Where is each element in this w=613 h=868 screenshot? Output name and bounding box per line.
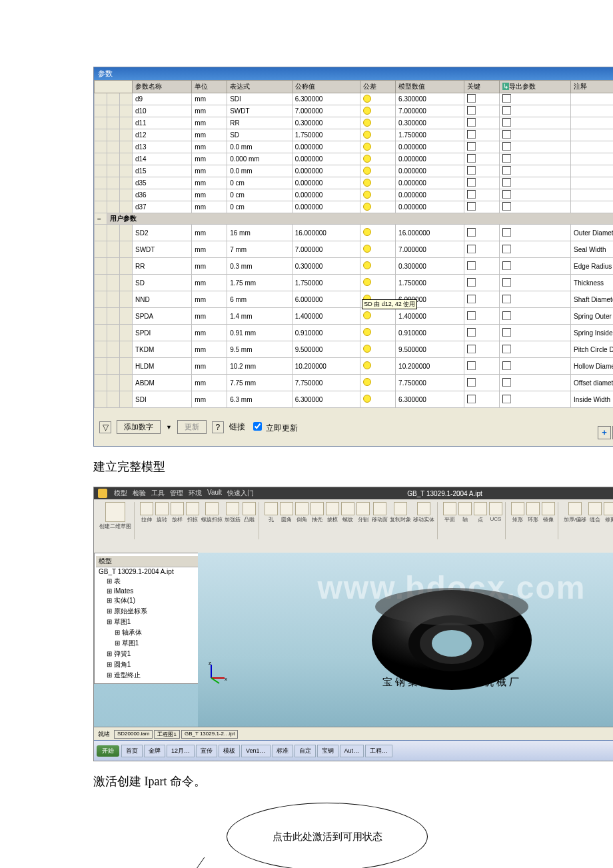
col-header[interactable]: 公差 [360, 81, 396, 93]
table-row[interactable]: TKDMmm9.5 mm9.5000009.500000Pitch Circle… [95, 341, 614, 358]
col-header[interactable]: 注释 [571, 81, 613, 93]
table-row[interactable]: d9mmSDI6.3000006.300000 [95, 93, 614, 105]
model-browser[interactable]: 模型 GB_T 13029.1-2004 A.ipt⊞ 表⊞ iMates⊞ 实… [94, 553, 201, 684]
table-row[interactable]: d13mm0.0 mm0.0000000.000000 [95, 141, 614, 153]
link-label[interactable]: 链接 [229, 421, 245, 433]
ribbon-button[interactable]: 加强筋 [225, 502, 241, 523]
ribbon-button[interactable]: 平面 [443, 502, 456, 523]
ribbon-button[interactable]: 孔 [265, 502, 278, 523]
tree-item[interactable]: ⊞ 造型终止 [96, 670, 199, 681]
table-row[interactable]: d15mm0.0 mm0.0000000.000000 [95, 165, 614, 177]
ribbon-button[interactable]: 圆角 [280, 502, 293, 523]
ribbon-button[interactable]: 点 [474, 502, 487, 523]
tree-item[interactable]: ⊞ 弹簧1 [96, 649, 199, 659]
taskbar-item[interactable]: Aut… [340, 745, 364, 757]
ribbon-button[interactable]: 凸雕 [243, 502, 256, 523]
col-header[interactable]: 参数名称 [133, 81, 192, 93]
col-header[interactable]: 单位 [192, 81, 227, 93]
info-icon[interactable]: ? [212, 421, 224, 433]
ribbon-button[interactable]: 缝合 [588, 502, 602, 523]
ribbon-button[interactable]: 移动实体 [413, 502, 434, 523]
table-row[interactable]: d12mmSD1.7500001.750000 [95, 129, 614, 141]
table-row[interactable]: d36mm0 cm0.0000000.000000 [95, 189, 614, 201]
menu-tab[interactable]: 工具 [151, 489, 165, 498]
taskbar-item[interactable]: 首页 [121, 745, 143, 757]
filter-icon[interactable]: ▽ [99, 421, 111, 433]
ribbon-button[interactable]: 旋转 [155, 502, 169, 523]
ribbon-button[interactable]: 拔模 [326, 502, 339, 523]
ribbon-button[interactable]: 修剪 [604, 502, 613, 523]
update-button[interactable]: 更新 [177, 420, 207, 434]
taskbar-item[interactable]: 12月… [167, 745, 195, 757]
ribbon-button[interactable]: 轴 [458, 502, 472, 523]
tree-item[interactable]: ⊞ 草图1 [96, 617, 199, 627]
dialog-titlebar[interactable]: 参数 × [94, 67, 613, 80]
start-button[interactable]: 开始 [97, 745, 119, 757]
menu-tab[interactable]: 快速入门 [227, 489, 254, 498]
tree-item[interactable]: GB_T 13029.1-2004 A.ipt [96, 567, 199, 576]
ribbon-button[interactable]: 创建二维草图 [99, 502, 131, 530]
ribbon-button[interactable]: 抽壳 [310, 502, 324, 523]
table-row[interactable]: SDmm1.75 mm1.7500001.750000Thickness [95, 275, 614, 291]
tree-item[interactable]: ⊞ 轴承体 [96, 627, 199, 638]
menu-tab[interactable]: 环境 [189, 489, 202, 498]
ribbon-button[interactable]: UCS [489, 502, 502, 522]
taskbar-item[interactable]: 金牌 [144, 745, 165, 757]
table-row[interactable]: SPDImm0.91 mm0.9100000.910000Spring Insi… [95, 325, 614, 341]
ribbon-button[interactable]: 拉伸 [140, 502, 153, 523]
table-row[interactable]: NNDmm6 mm6.000000SD 由 d12, 42 使用6.000000… [95, 291, 614, 308]
taskbar-item[interactable]: 宣传 [196, 745, 217, 757]
ribbon-button[interactable]: 复制对象 [390, 502, 411, 523]
menu-tab[interactable]: 检验 [133, 489, 146, 498]
menu-tab[interactable]: Vault [207, 489, 222, 498]
tree-item[interactable]: ⊞ 原始坐标系 [96, 606, 199, 617]
table-row[interactable]: SWDTmm7 mm7.0000007.000000Seal Width [95, 241, 614, 258]
tree-item[interactable]: ⊞ iMates [96, 587, 199, 595]
ribbon-button[interactable]: 环形 [526, 502, 540, 523]
taskbar-item[interactable]: Ven1… [241, 745, 271, 757]
col-header[interactable]: 模型数值 [396, 81, 464, 93]
tree-item[interactable]: ⊞ 表 [96, 576, 199, 587]
ribbon-button[interactable]: 放样 [171, 502, 184, 523]
table-row[interactable]: d37mm0 cm0.0000000.000000 [95, 201, 614, 213]
add-numeric-button[interactable]: 添加数字 [117, 420, 161, 434]
table-row[interactable]: SPDAmm1.4 mm1.4000001.400000Spring Outer… [95, 308, 614, 325]
user-params-section[interactable]: −用户参数 [95, 213, 614, 225]
table-row[interactable]: SDImm6.3 mm6.3000006.300000Inside Width [95, 391, 614, 408]
col-header[interactable]: 关键 [464, 81, 499, 93]
ribbon-button[interactable]: 加厚/偏移 [564, 502, 586, 523]
table-row[interactable]: d14mm0.000 mm0.0000000.000000 [95, 153, 614, 165]
windows-taskbar[interactable]: 开始 首页金牌12月…宣传模板Ven1…标准自定宝钢Aut…工程… 16:08 … [94, 740, 613, 761]
table-row[interactable]: d35mm0 cm0.0000000.000000 [95, 177, 614, 189]
tree-item[interactable]: ⊞ 圆角1 [96, 659, 199, 670]
table-row[interactable]: RRmm0.3 mm0.3000000.300000Edge Radius [95, 258, 614, 275]
ribbon-button[interactable]: 镜像 [542, 502, 555, 523]
taskbar-item[interactable]: 宝钢 [317, 745, 338, 757]
menu-tab[interactable]: 模型 [114, 489, 127, 498]
doc-tab[interactable]: SD20000.iam [114, 730, 153, 739]
taskbar-item[interactable]: 模板 [219, 745, 240, 757]
table-row[interactable]: ABDMmm7.75 mm7.7500007.750000Offset diam… [95, 375, 614, 391]
table-row[interactable]: SD2mm16 mm16.00000016.000000Outer Diamet… [95, 225, 614, 241]
taskbar-item[interactable]: 自定 [295, 745, 316, 757]
ribbon-button[interactable]: 移动面 [372, 502, 388, 523]
ribbon-button[interactable]: 分割 [356, 502, 370, 523]
col-header[interactable]: 表达式 [227, 81, 292, 93]
table-row[interactable]: d10mmSWDT7.0000007.000000 [95, 105, 614, 117]
ribbon-button[interactable]: 扫掠 [186, 502, 199, 523]
col-header[interactable]: ↳导出参数 [499, 81, 571, 93]
ribbon-button[interactable]: 螺纹 [341, 502, 354, 523]
ribbon-button[interactable]: 倒角 [295, 502, 308, 523]
tree-item[interactable]: ⊞ 实体(1) [96, 595, 199, 606]
update-now-check[interactable]: 立即更新 [251, 420, 298, 434]
app-menu-icon[interactable] [98, 489, 107, 498]
ribbon-button[interactable]: 矩形 [511, 502, 524, 523]
col-header[interactable]: 公称值 [292, 81, 360, 93]
taskbar-item[interactable]: 工程… [365, 745, 392, 757]
tree-item[interactable]: ⊞ 草图1 [96, 638, 199, 649]
menu-tab[interactable]: 管理 [170, 489, 183, 498]
3d-viewport[interactable]: www.bdocx.com zx 宝钢集团苏州冶金机械厂 [198, 553, 613, 727]
tolerance-buttons[interactable]: + △ ○ − [598, 426, 613, 439]
taskbar-item[interactable]: 标准 [272, 745, 293, 757]
doc-tab[interactable]: 工程图1 [154, 730, 179, 739]
